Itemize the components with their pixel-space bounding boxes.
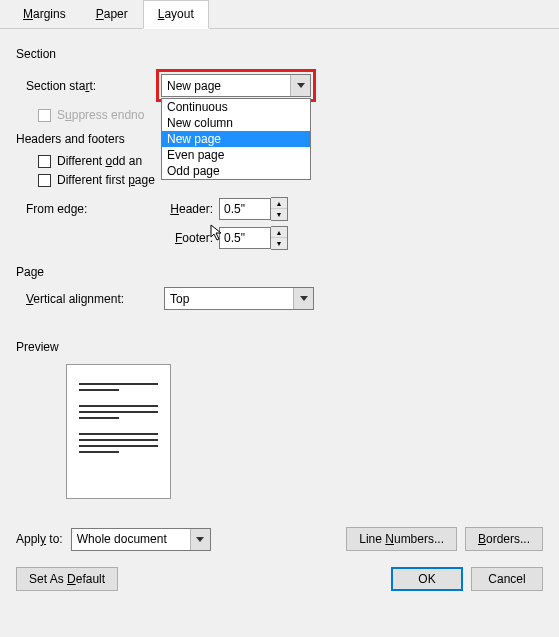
chevron-down-icon[interactable] bbox=[190, 529, 210, 550]
vertical-alignment-label: Vertical alignment: bbox=[16, 292, 164, 306]
spin-up-icon[interactable]: ▲ bbox=[271, 198, 287, 209]
spin-down-icon[interactable]: ▼ bbox=[271, 238, 287, 249]
chevron-down-icon[interactable] bbox=[293, 288, 313, 309]
borders-button[interactable]: Borders... bbox=[465, 527, 543, 551]
apply-to-combo[interactable]: Whole document bbox=[71, 528, 211, 551]
preview-image bbox=[66, 364, 171, 499]
section-start-highlight: New page Continuous New column New page … bbox=[156, 69, 316, 102]
tab-layout[interactable]: Layout bbox=[143, 0, 209, 29]
set-as-default-button[interactable]: Set As Default bbox=[16, 567, 118, 591]
cancel-button[interactable]: Cancel bbox=[471, 567, 543, 591]
section-start-dropdown[interactable]: Continuous New column New page Even page… bbox=[161, 98, 311, 180]
header-spinner[interactable]: ▲ ▼ bbox=[271, 197, 288, 221]
option-odd-page[interactable]: Odd page bbox=[162, 163, 310, 179]
footer-input[interactable] bbox=[219, 227, 271, 249]
header-input[interactable] bbox=[219, 198, 271, 220]
tab-paper[interactable]: Paper bbox=[81, 0, 143, 28]
header-label: Header: bbox=[164, 202, 219, 216]
spin-down-icon[interactable]: ▼ bbox=[271, 209, 287, 220]
spin-up-icon[interactable]: ▲ bbox=[271, 227, 287, 238]
apply-to-label: Apply to: bbox=[16, 532, 63, 546]
option-continuous[interactable]: Continuous bbox=[162, 99, 310, 115]
diff-first-page-checkbox[interactable] bbox=[38, 174, 51, 187]
diff-odd-even-checkbox[interactable] bbox=[38, 155, 51, 168]
suppress-endnotes-label: Suppress endno bbox=[57, 108, 144, 122]
tab-margins[interactable]: Margins bbox=[8, 0, 81, 28]
option-new-page[interactable]: New page bbox=[162, 131, 310, 147]
section-start-label: Section start: bbox=[16, 79, 156, 93]
apply-to-value: Whole document bbox=[77, 532, 167, 546]
option-new-column[interactable]: New column bbox=[162, 115, 310, 131]
section-group-label: Section bbox=[16, 47, 543, 61]
from-edge-label: From edge: bbox=[16, 192, 164, 255]
ok-button[interactable]: OK bbox=[391, 567, 463, 591]
vertical-alignment-combo[interactable]: Top bbox=[164, 287, 314, 310]
diff-odd-even-label: Different odd an bbox=[57, 154, 142, 168]
vertical-alignment-value: Top bbox=[170, 292, 189, 306]
footer-spinner[interactable]: ▲ ▼ bbox=[271, 226, 288, 250]
page-group-label: Page bbox=[16, 265, 543, 279]
section-start-combo[interactable]: New page bbox=[161, 74, 311, 97]
option-even-page[interactable]: Even page bbox=[162, 147, 310, 163]
footer-label: Footer: bbox=[164, 231, 219, 245]
diff-first-page-label: Different first page bbox=[57, 173, 155, 187]
section-start-value: New page bbox=[167, 79, 221, 93]
line-numbers-button[interactable]: Line Numbers... bbox=[346, 527, 457, 551]
tab-bar: Margins Paper Layout bbox=[0, 0, 559, 29]
preview-group-label: Preview bbox=[16, 340, 543, 354]
suppress-endnotes-checkbox bbox=[38, 109, 51, 122]
chevron-down-icon[interactable] bbox=[290, 75, 310, 96]
